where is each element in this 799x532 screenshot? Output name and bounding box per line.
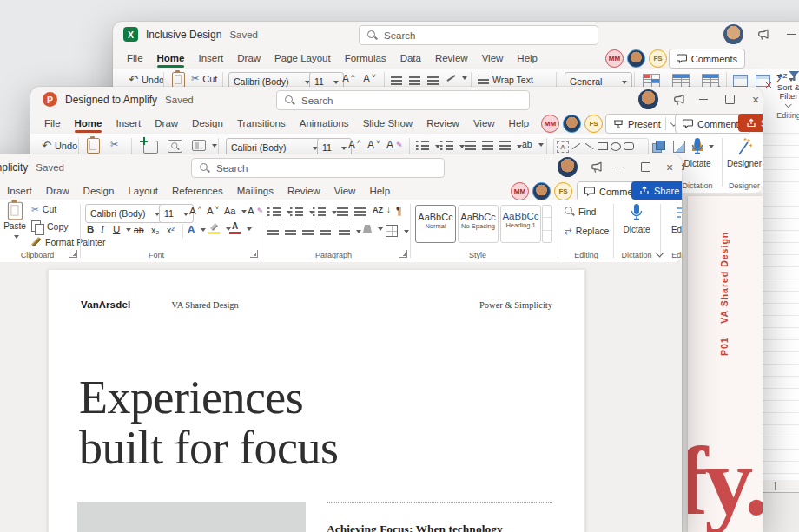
word-paste-button[interactable]: Paste [2,203,28,240]
powerpoint-tab-view[interactable]: View [466,112,502,134]
word-italic-button[interactable]: I [101,224,104,234]
word-minimize-button[interactable] [608,154,631,180]
powerpoint-tab-insert[interactable]: Insert [109,112,148,134]
word-highlight-button[interactable] [208,223,231,234]
word-account-avatar[interactable] [558,157,578,177]
word-superscript-button[interactable]: x² [167,225,175,235]
coming-soon-megaphone-icon[interactable] [673,94,687,106]
powerpoint-dictate-button[interactable]: Dictate [680,137,715,168]
collapse-ribbon-chevron-icon[interactable] [657,248,664,256]
excel-tab-insert[interactable]: Insert [191,47,230,69]
rectangle-shape-icon[interactable] [596,141,609,152]
powerpoint-arrange-button[interactable] [652,141,664,152]
presence-avatar-fs[interactable]: FS [649,49,667,68]
word-style-heading-1[interactable]: AaBbCc Heading 1 [500,205,541,243]
word-increase-indent-button[interactable] [354,207,366,216]
excel-undo-button[interactable]: ↶ Undo [129,73,164,86]
presence-avatar-mm[interactable]: MM [511,182,529,200]
word-editor-button[interactable]: Editor [665,203,682,234]
powerpoint-paste-button[interactable] [87,138,100,154]
word-bold-button[interactable]: B [87,224,94,234]
powerpoint-increase-indent-button[interactable] [482,141,493,150]
powerpoint-tab-transitions[interactable]: Transitions [230,112,293,134]
presence-avatar-mm[interactable]: MM [605,49,624,68]
excel-tab-page-layout[interactable]: Page Layout [267,47,338,69]
word-tab-help[interactable]: Help [362,180,397,201]
powerpoint-designer-button[interactable]: Designer [727,137,762,168]
excel-wrap-text-button[interactable]: Wrap Text [478,75,533,85]
presence-avatar-photo[interactable] [563,115,581,133]
word-tab-references[interactable]: References [165,180,230,201]
line-shape-icon[interactable] [570,141,583,152]
word-tab-insert[interactable]: Insert [0,180,39,201]
excel-cut-button[interactable]: ✂ Cut [191,73,217,84]
excel-conditional-formatting-button[interactable] [643,74,660,88]
powerpoint-text-direction-button[interactable]: ab [522,139,544,149]
word-show-marks-button[interactable]: ¶ [396,205,401,217]
clipboard-dialog-launcher[interactable] [69,250,77,258]
word-share-button[interactable]: Share [631,181,682,200]
word-style-no-spacing[interactable]: AaBbCc No Spacing [458,205,499,243]
paragraph-dialog-launcher[interactable] [400,250,407,258]
word-dictate-button[interactable]: Dictate [618,203,655,234]
word-align-center-button[interactable] [285,227,296,235]
word-shading-button[interactable] [363,225,383,233]
powerpoint-search-input[interactable]: Search [276,90,530,110]
word-underline-button[interactable]: U [113,224,131,234]
presence-avatar-photo[interactable] [532,182,551,200]
excel-align-top-button[interactable] [391,76,402,85]
excel-grow-font-button[interactable]: A˄ [342,73,355,85]
powerpoint-present-button[interactable]: Present [605,114,683,134]
excel-app-icon[interactable]: X [123,27,138,42]
word-bullets-button[interactable] [267,207,292,216]
excel-tab-file[interactable]: File [120,47,150,69]
word-align-right-button[interactable] [302,227,314,235]
powerpoint-maximize-button[interactable] [718,87,741,112]
word-line-spacing-button[interactable] [339,227,361,235]
word-tab-layout[interactable]: Layout [121,180,165,201]
word-strikethrough-button[interactable]: ab [134,225,144,235]
excel-account-avatar[interactable] [723,24,743,44]
coming-soon-megaphone-icon[interactable] [757,29,771,41]
excel-search-input[interactable]: Search [359,25,598,45]
powerpoint-tab-home[interactable]: Home [68,112,109,134]
excel-minimize-button[interactable] [780,22,799,47]
word-replace-button[interactable]: ⇄ Replace [565,226,609,236]
oval-shape-icon[interactable] [609,141,622,152]
powerpoint-numbering-button[interactable] [440,141,465,150]
excel-orientation-button[interactable] [446,75,467,81]
powerpoint-tab-help[interactable]: Help [502,112,537,134]
word-justify-button[interactable] [320,227,331,235]
powerpoint-tab-file[interactable]: File [37,112,68,134]
word-cut-button[interactable]: ✂ Cut [31,204,56,214]
powerpoint-cut-button[interactable]: ✂ [110,139,118,150]
excel-align-bottom-button[interactable] [427,76,439,85]
word-text-effects-button[interactable]: A [188,224,206,234]
powerpoint-undo-button[interactable]: ↶ Undo [42,139,77,152]
powerpoint-grow-font-button[interactable]: A˄ [348,139,361,151]
word-format-painter-button[interactable]: Format Painter [31,237,105,247]
word-borders-button[interactable] [386,225,409,237]
excel-paste-button[interactable] [172,72,185,88]
powerpoint-shrink-font-button[interactable]: A˅ [367,139,380,151]
powerpoint-tab-draw[interactable]: Draw [148,112,185,134]
rounded-rectangle-shape-icon[interactable] [622,141,635,152]
word-tab-review[interactable]: Review [281,180,327,201]
word-change-case-button[interactable]: Aa [224,206,247,216]
word-tab-draw[interactable]: Draw [39,180,76,201]
word-style-normal[interactable]: AaBbCc Normal [415,205,456,243]
word-subscript-button[interactable]: x₂ [151,225,159,235]
excel-shrink-font-button[interactable]: A˅ [363,73,376,85]
document-image-placeholder[interactable] [77,502,306,532]
powerpoint-slide-strip[interactable]: P01 VA Shared Design fy. [688,196,763,532]
word-multilevel-list-button[interactable] [313,207,337,216]
powerpoint-layout-button[interactable] [192,140,217,151]
powerpoint-tab-animations[interactable]: Animations [293,112,356,134]
word-search-input[interactable]: Search [191,158,445,178]
presence-avatar-fs[interactable]: FS [554,182,572,200]
excel-format-as-table-button[interactable] [672,74,690,88]
excel-tab-draw[interactable]: Draw [230,47,267,69]
powerpoint-minimize-button[interactable] [692,87,715,112]
font-dialog-launcher[interactable] [250,250,258,258]
excel-tab-data[interactable]: Data [393,47,428,69]
